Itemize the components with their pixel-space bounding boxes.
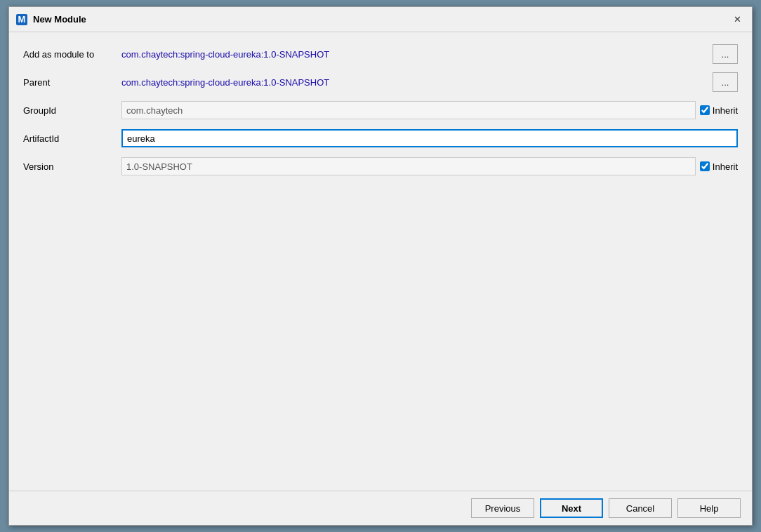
group-id-row: GroupId Inherit (23, 100, 738, 121)
version-inherit-checkbox[interactable] (700, 161, 710, 171)
artifact-id-input[interactable] (121, 129, 738, 147)
parent-label: Parent (23, 77, 121, 88)
new-module-dialog: M New Module ✕ Add as module to com.chay… (8, 6, 753, 526)
version-input (121, 157, 696, 175)
artifact-id-label: ArtifactId (23, 133, 121, 144)
dialog-content: Add as module to com.chaytech:spring-clo… (9, 32, 752, 491)
title-bar-left: M New Module (16, 14, 86, 25)
group-id-label: GroupId (23, 105, 121, 116)
artifact-id-row: ArtifactId (23, 128, 738, 149)
add-as-module-label: Add as module to (23, 49, 121, 60)
help-button[interactable]: Help (677, 498, 741, 518)
group-id-inherit-label: Inherit (713, 105, 738, 116)
bottom-bar: Previous Next Cancel Help (9, 491, 752, 525)
parent-value: com.chaytech:spring-cloud-eureka:1.0-SNA… (121, 77, 708, 88)
previous-button[interactable]: Previous (471, 498, 534, 518)
version-inherit-row: Inherit (700, 161, 738, 172)
next-button[interactable]: Next (540, 498, 603, 518)
cancel-button[interactable]: Cancel (609, 498, 672, 518)
version-label: Version (23, 161, 121, 172)
group-id-input (121, 101, 696, 119)
parent-row: Parent com.chaytech:spring-cloud-eureka:… (23, 72, 738, 93)
group-id-inherit-checkbox[interactable] (700, 105, 710, 115)
dialog-title: New Module (33, 14, 86, 25)
group-id-inherit-row: Inherit (700, 105, 738, 116)
content-spacer (23, 184, 738, 479)
version-inherit-label: Inherit (713, 161, 738, 172)
close-icon: ✕ (734, 14, 741, 25)
close-button[interactable]: ✕ (729, 12, 745, 27)
add-as-module-button[interactable]: ... (713, 44, 738, 64)
module-icon: M (16, 14, 27, 25)
title-bar: M New Module ✕ (9, 7, 752, 32)
add-as-module-row: Add as module to com.chaytech:spring-clo… (23, 44, 738, 65)
parent-button[interactable]: ... (713, 72, 738, 92)
version-row: Version Inherit (23, 156, 738, 177)
add-as-module-value: com.chaytech:spring-cloud-eureka:1.0-SNA… (121, 49, 708, 60)
